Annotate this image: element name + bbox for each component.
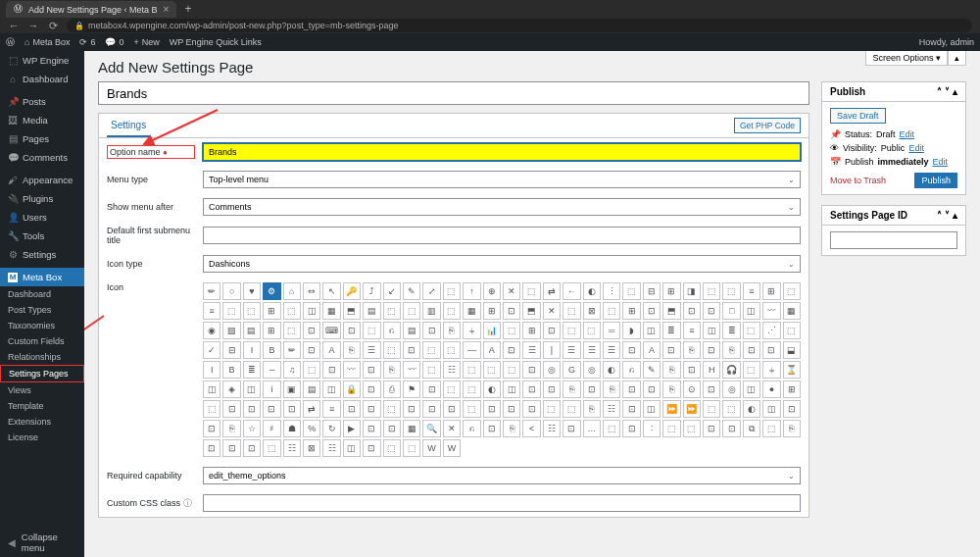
dashicon-option[interactable]: ⤢ — [422, 282, 440, 300]
dashicon-option[interactable]: ⊡ — [563, 420, 580, 437]
dashicon-option[interactable]: ═ — [603, 322, 620, 339]
dashicon-option[interactable]: ≡ — [322, 400, 340, 418]
dashicon-option[interactable]: ⊞ — [662, 282, 680, 300]
dashicon-option[interactable]: ← — [563, 282, 580, 300]
dashicon-option[interactable]: ⎘ — [583, 400, 601, 418]
dashicon-option[interactable]: ▦ — [783, 302, 801, 320]
dashicon-option[interactable]: ↖ — [322, 282, 340, 300]
dashicon-option[interactable]: ▣ — [283, 380, 301, 398]
dashicon-option[interactable]: ⬚ — [463, 400, 480, 418]
submenu-taxonomies[interactable]: Taxonomies — [0, 318, 84, 333]
dashicon-option[interactable]: ⎘ — [783, 420, 801, 437]
dashicon-option[interactable]: W — [422, 439, 440, 457]
dashicon-option[interactable]: ⊡ — [363, 400, 380, 418]
dashicon-option[interactable]: ⇔ — [303, 282, 320, 300]
wpengine-quicklinks[interactable]: WP Engine Quick Links — [170, 37, 262, 47]
dashicon-option[interactable]: ⬚ — [263, 439, 280, 457]
menu-tools[interactable]: 🔧Tools — [0, 227, 84, 245]
dashicon-option[interactable]: ⊡ — [322, 361, 340, 379]
dashicon-option[interactable]: ⬒ — [343, 302, 361, 320]
dashicon-option[interactable]: ⊡ — [203, 439, 220, 457]
dashicon-option[interactable]: ⊡ — [403, 341, 420, 359]
dashicon-option[interactable]: ⊡ — [503, 400, 520, 418]
dashicon-option[interactable]: ⇄ — [303, 400, 320, 418]
reload-icon[interactable]: ⟳ — [47, 20, 59, 31]
dashicon-option[interactable]: ⬚ — [363, 322, 380, 339]
dashicon-option[interactable]: ⬚ — [443, 302, 461, 320]
updates-count[interactable]: ⟳ 6 — [79, 37, 95, 47]
menu-wpengine[interactable]: ⬚WP Engine — [0, 51, 84, 70]
dashicon-option[interactable]: ⬚ — [743, 322, 760, 339]
dashicon-option[interactable]: … — [583, 420, 601, 437]
submenu-dashboard[interactable]: Dashboard — [0, 286, 84, 302]
dashicon-option[interactable]: ☰ — [563, 341, 580, 359]
dashicon-option[interactable]: ⊡ — [503, 302, 520, 320]
dashicon-option[interactable]: 🔑 — [343, 282, 361, 300]
dashicon-option[interactable]: W — [443, 439, 461, 457]
dashicon-option[interactable]: ≡ — [743, 282, 760, 300]
dashicon-option[interactable]: ⎘ — [503, 420, 520, 437]
dashicon-option[interactable]: ⬚ — [522, 282, 540, 300]
dashicon-option[interactable]: ⊡ — [203, 420, 220, 437]
dashicon-option[interactable]: ⬚ — [483, 361, 501, 379]
dashicon-option[interactable]: ◉ — [203, 322, 220, 339]
dashicon-option[interactable]: ⊡ — [643, 302, 661, 320]
dashicon-option[interactable]: ⬚ — [422, 341, 440, 359]
dashicon-option[interactable]: ◫ — [762, 400, 780, 418]
dashicon-option[interactable]: ⬚ — [383, 439, 401, 457]
dashicon-option[interactable]: ☗ — [283, 420, 301, 437]
dashicon-option[interactable]: ⊙ — [683, 380, 701, 398]
dashicon-option[interactable]: ⊟ — [222, 341, 240, 359]
dashicon-option[interactable]: ⬚ — [203, 400, 220, 418]
dashicon-option[interactable]: ⎘ — [222, 420, 240, 437]
option-name-input[interactable] — [203, 143, 801, 161]
dashicon-option[interactable]: ⊞ — [522, 322, 540, 339]
dashicon-option[interactable]: ⚙ — [263, 282, 280, 300]
dashicon-option[interactable]: ◫ — [343, 439, 361, 457]
menu-appearance[interactable]: 🖌Appearance — [0, 171, 84, 189]
close-icon[interactable]: × — [164, 4, 170, 15]
move-to-trash-link[interactable]: Move to Trash — [830, 176, 886, 185]
dashicon-option[interactable]: ♫ — [283, 361, 301, 379]
dashicon-option[interactable]: ↑ — [463, 282, 480, 300]
dashicon-option[interactable]: ⊡ — [622, 420, 640, 437]
dashicon-option[interactable]: ⬚ — [383, 400, 401, 418]
dashicon-option[interactable]: 〰 — [343, 361, 361, 379]
dashicon-option[interactable]: ⊡ — [622, 400, 640, 418]
dashicon-option[interactable]: H — [703, 361, 720, 379]
dashicon-option[interactable]: ⊡ — [703, 380, 720, 398]
dashicon-option[interactable]: ⬚ — [762, 420, 780, 437]
menu-pages[interactable]: ▤Pages — [0, 129, 84, 148]
dashicon-option[interactable]: ◐ — [603, 361, 620, 379]
dashicon-option[interactable]: ⊡ — [703, 341, 720, 359]
dashicon-option[interactable]: ⊡ — [522, 380, 540, 398]
dashicon-option[interactable]: ≡ — [203, 302, 220, 320]
dashicon-option[interactable]: ≣ — [662, 322, 680, 339]
dashicon-option[interactable]: ✎ — [643, 361, 661, 379]
dashicon-option[interactable]: ◫ — [743, 380, 760, 398]
dashicon-option[interactable]: ◨ — [683, 282, 701, 300]
show-menu-after-select[interactable]: Comments⌄ — [203, 198, 801, 216]
submenu-extensions[interactable]: Extensions — [0, 414, 84, 430]
dashicon-option[interactable]: ◫ — [322, 380, 340, 398]
dashicon-option[interactable]: ⬚ — [703, 282, 720, 300]
dashicon-option[interactable]: ≣ — [722, 322, 740, 339]
dashicon-option[interactable]: ⬚ — [243, 302, 261, 320]
dashicon-option[interactable]: ⚑ — [403, 380, 420, 398]
submenu-post-types[interactable]: Post Types — [0, 302, 84, 318]
dashicon-option[interactable]: | — [543, 341, 561, 359]
forward-icon[interactable]: → — [27, 20, 39, 31]
dashicon-option[interactable]: ☰ — [603, 341, 620, 359]
tab-settings[interactable]: Settings — [107, 115, 150, 137]
dashicon-option[interactable]: ⊡ — [703, 420, 720, 437]
dashicon-option[interactable]: ⬚ — [543, 400, 561, 418]
dashicon-option[interactable]: ⊡ — [422, 322, 440, 339]
dashicon-option[interactable]: ✏ — [203, 282, 220, 300]
dashicon-option[interactable]: ▦ — [463, 302, 480, 320]
dashicon-option[interactable]: ⎘ — [662, 361, 680, 379]
dashicon-option[interactable]: ⊡ — [543, 380, 561, 398]
dashicon-option[interactable]: 〰 — [762, 302, 780, 320]
dashicon-option[interactable]: ∶ — [643, 420, 661, 437]
dashicon-option[interactable]: ✏ — [283, 341, 301, 359]
dashicon-option[interactable]: ⬚ — [443, 380, 461, 398]
